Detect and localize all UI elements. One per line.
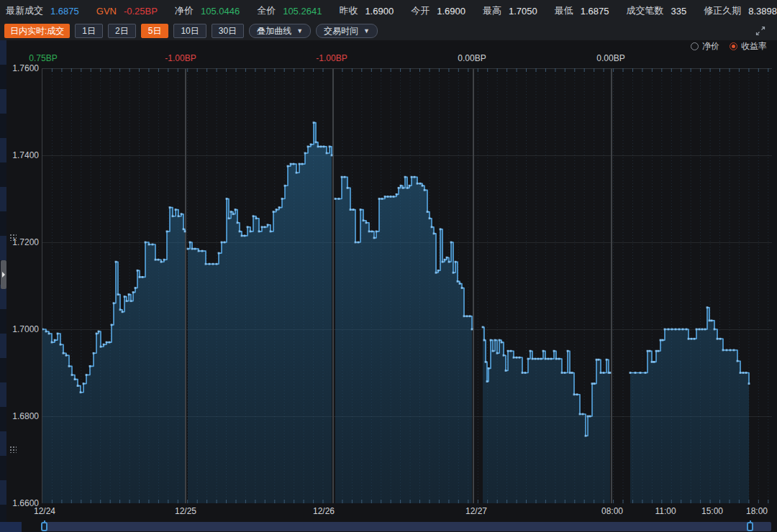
stat-trade-count: 成交笔数335 <box>626 4 686 17</box>
x-axis-tick-label: 08:00 <box>601 506 623 516</box>
stat-label: 最低 <box>555 4 573 17</box>
stat-value: 8.3898 <box>748 6 777 17</box>
y-axis-tick-label: 1.6800 <box>0 411 39 421</box>
radio-icon <box>691 42 699 50</box>
stat-high: 最高1.7050 <box>483 4 537 17</box>
bp-change-label: -1.00BP <box>165 53 196 63</box>
stat-value: 105.0446 <box>201 6 240 17</box>
x-axis-tick-label: 12/24 <box>34 506 55 516</box>
radio-clean-price[interactable]: 净价 <box>691 40 719 52</box>
chart-toolbar: 日内实时:成交 1日 2日 5日 10日 30日 叠加曲线▼ 交易时间▼ <box>0 22 777 40</box>
stat-low: 最低1.6875 <box>555 4 609 17</box>
stat-value: 1.6900 <box>365 6 394 17</box>
stat-label: 全价 <box>257 4 276 17</box>
bp-change-label: -1.00BP <box>316 53 347 63</box>
x-axis-tick-label: 12/25 <box>175 506 196 516</box>
stat-label: 修正久期 <box>704 4 741 17</box>
price-yield-toggle: 净价 收益率 <box>691 40 767 52</box>
y-axis-tick-label: 1.7600 <box>0 63 39 73</box>
step-area-chart <box>42 68 772 503</box>
bond-trading-chart-window: 最新成交1.6875 GVN-0.25BP 净价105.0446 全价105.2… <box>0 0 777 532</box>
stat-value: 1.6875 <box>50 6 79 17</box>
chevron-down-icon: ▼ <box>363 24 370 37</box>
stat-label: 昨收 <box>339 4 358 17</box>
stat-value: 1.6875 <box>581 6 609 17</box>
period-5d-button[interactable]: 5日 <box>141 24 169 38</box>
chevron-down-icon: ▼ <box>296 24 303 37</box>
collapse-panel-icon[interactable] <box>755 26 765 36</box>
panel-expand-handle[interactable] <box>1 260 6 289</box>
drag-grip-icon[interactable] <box>9 234 17 241</box>
stat-label: 最高 <box>483 4 501 17</box>
bp-change-label: 0.00BP <box>458 53 486 63</box>
stat-clean-price: 净价105.0446 <box>175 4 240 17</box>
stat-label: 净价 <box>175 4 194 17</box>
period-2d-button[interactable]: 2日 <box>108 24 136 38</box>
trading-session-label: 交易时间 <box>324 24 358 37</box>
y-axis-tick-label: 1.7400 <box>0 150 39 160</box>
stat-value: 335 <box>671 6 686 17</box>
stat-dirty-price: 全价105.2641 <box>257 4 322 17</box>
stat-value: -0.25BP <box>124 6 158 17</box>
scrollbar-corner <box>0 522 22 532</box>
x-axis-tick-label: 12/26 <box>313 506 335 516</box>
period-1d-button[interactable]: 1日 <box>75 24 103 38</box>
stat-open: 今开1.6900 <box>411 4 465 17</box>
radio-label: 净价 <box>702 40 719 52</box>
stats-bar: 最新成交1.6875 GVN-0.25BP 净价105.0446 全价105.2… <box>0 0 777 22</box>
overlay-curve-dropdown[interactable]: 叠加曲线▼ <box>249 24 311 38</box>
bp-change-label: 0.00BP <box>596 53 624 63</box>
y-axis-tick-label: 1.7200 <box>0 237 39 247</box>
stat-last-trade: 最新成交1.6875 <box>6 4 79 17</box>
range-start-handle[interactable] <box>41 522 47 531</box>
stat-label: GVN <box>96 6 117 17</box>
x-axis-tick-label: 12/27 <box>465 506 487 516</box>
overlay-curve-label: 叠加曲线 <box>257 24 291 37</box>
stat-value: 105.2641 <box>283 6 322 17</box>
stat-modified-duration: 修正久期8.3898 <box>704 4 777 17</box>
bp-change-label: 0.75BP <box>29 53 57 63</box>
drag-grip-icon[interactable] <box>9 446 17 453</box>
radio-yield[interactable]: 收益率 <box>730 40 767 52</box>
range-end-handle[interactable] <box>747 522 753 531</box>
y-axis-tick-label: 1.7000 <box>0 324 39 334</box>
time-range-scrollbar[interactable] <box>42 522 771 531</box>
stat-value: 1.6900 <box>437 6 465 17</box>
stat-label: 最新成交 <box>6 4 43 17</box>
trading-session-dropdown[interactable]: 交易时间▼ <box>316 24 378 38</box>
stat-label: 成交笔数 <box>626 4 663 17</box>
stat-label: 今开 <box>411 4 430 17</box>
yield-chart-plot[interactable] <box>42 68 771 503</box>
y-axis-tick-label: 1.6600 <box>0 498 39 508</box>
stat-gvn: GVN-0.25BP <box>96 6 158 17</box>
radio-label: 收益率 <box>741 40 767 52</box>
stat-prev-close: 昨收1.6900 <box>339 4 394 17</box>
period-30d-button[interactable]: 30日 <box>212 24 244 38</box>
period-10d-button[interactable]: 10日 <box>173 24 206 38</box>
realtime-trades-button[interactable]: 日内实时:成交 <box>4 24 70 38</box>
radio-selected-icon <box>730 42 737 50</box>
x-axis-tick-label: 18:00 <box>746 506 768 516</box>
stat-value: 1.7050 <box>509 6 537 17</box>
x-axis-tick-label: 15:00 <box>701 506 723 516</box>
x-axis-tick-label: 11:00 <box>655 506 676 516</box>
